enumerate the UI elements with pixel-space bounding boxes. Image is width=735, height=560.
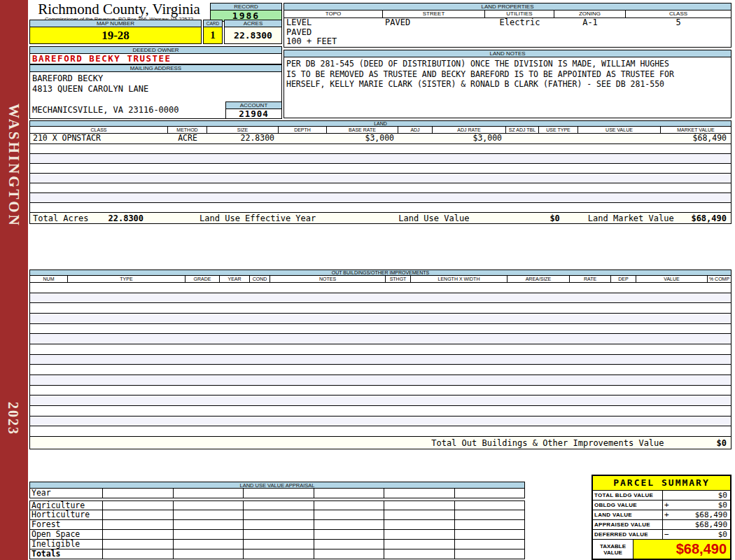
appraisal-cell [173,550,244,559]
appraisal-cell [102,489,173,498]
appraisal-cell [384,550,454,559]
ob-empty-row [30,426,731,437]
parcel-row-value: −$0 [663,530,730,539]
parcel-row-label: LAND VALUE [593,510,663,519]
appraisal-cell [173,501,244,510]
parcel-row-label: OBLDG VALUE [593,500,663,510]
land-use-value-cell [578,134,661,144]
parcel-summary-row: OBLDG VALUE+$0 [593,500,730,510]
appraisal-cell [314,540,384,549]
appraisal-cell [102,501,173,510]
land-empty-row [30,183,731,193]
parcel-row-label: DEFERRED VALUE [593,530,663,539]
land-empty-rows [29,144,732,213]
appraisal-row: Forest [29,520,525,530]
column-header: % COMP [708,276,731,283]
parcel-row-value: $0 [663,491,730,500]
parcel-row-operator: − [663,530,673,539]
column-header: VALUE [636,276,708,283]
appraisal-cell [314,501,384,510]
parcel-row-value: $68,490 [663,520,730,529]
effective-year-label: Land Use Effective Year [200,214,316,223]
ob-empty-row [30,386,731,396]
column-header: ADJ [398,127,433,134]
zoning-value: A-1 [554,18,626,28]
appraisal-row: Open Space [29,530,525,540]
parcel-row-operator: + [663,510,673,519]
total-acres-value: 22.8300 [108,214,144,223]
taxable-value-label: TAXABLE VALUE [593,540,634,559]
parcel-row-amount: $0 [673,530,730,539]
appraisal-cell [102,530,173,539]
parcel-row-label: APPRAISED VALUE [593,520,663,529]
record-box: RECORD 1986 [210,3,282,22]
taxable-value-amount: $68,490 [634,540,730,559]
taxable-value-row: TAXABLE VALUE $68,490 [593,540,730,559]
sidebar-state-label: WASHINGTON [5,104,22,227]
account-box: ACCOUNT 21904 [225,102,282,119]
out-buildings-section: OUT BUILDINGS/OTHER IMPROVEMENTS NUM TYP… [29,270,732,449]
land-use-type-cell [539,134,578,144]
land-notes-line: HERSELF, KELLY MARIE CLARK (SISTER) & RO… [286,79,731,90]
parcel-row-label: TOTAL BLDG VALUE [593,491,663,500]
column-header: GRADE [186,276,220,283]
address-line: BAREFORD BECKY [32,74,281,84]
ob-empty-row [30,355,731,365]
topo-extra-line: PAVED [284,28,731,38]
appraisal-cell [243,501,314,510]
appraisal-cell [454,530,525,539]
land-use-value: $0 [550,214,559,223]
ob-empty-row [30,344,731,355]
ob-empty-row [30,324,731,335]
appraisal-cell [314,520,384,529]
appraisal-cell [384,520,454,529]
parcel-row-amount: $0 [673,500,730,510]
ob-empty-row [30,406,731,416]
acres-box: ACRES 22.8300 [224,20,282,44]
ob-empty-row [30,293,731,304]
parcel-rows: TOTAL BLDG VALUE$0OBLDG VALUE+$0LAND VAL… [593,491,730,540]
appraisal-cell [243,510,314,519]
out-buildings-total-row: Total Out Buildings & Other Improvements… [29,437,732,449]
card-value: 1 [203,27,223,44]
land-empty-row [30,203,731,213]
land-class-cell: 210 X OPNSTACR [30,134,168,144]
land-market-value-label: Land Market Value [588,214,674,223]
parcel-row-value: +$0 [663,500,730,510]
land-notes-title: LAND NOTES [284,50,732,57]
parcel-summary-row: APPRAISED VALUE$68,490 [593,520,730,530]
appraisal-row: Horticulture [29,510,525,520]
appraisal-cell [173,520,244,529]
column-header: COND [250,276,270,283]
land-table-data-row: 210 X OPNSTACR ACRE 22.8300 $3,000 $3,00… [29,134,732,144]
column-header: USE VALUE [578,127,661,134]
appraisal-cell [454,510,525,519]
column-header: SZ ADJ TBL [506,127,539,134]
land-empty-row [30,144,731,154]
topo-extra-line: 100 + FEET [284,37,731,47]
ob-empty-row [30,303,731,314]
ob-empty-row [30,334,731,344]
address-line: 4813 QUEEN CAROLYN LANE [32,84,281,94]
appraisal-cell [243,550,314,559]
appraisal-cell [384,510,454,519]
land-adj-rate-cell: $3,000 [433,134,506,144]
column-header: YEAR [220,276,250,283]
appraisal-cell [314,530,384,539]
appraisal-row-label: Agriculture [30,501,102,510]
land-market-value-cell: $68,490 [661,134,731,144]
map-number-box: MAP NUMBER 19-28 [29,20,202,44]
land-empty-row [30,164,731,174]
appraisal-cell [314,550,384,559]
appraisal-body: YearAgricultureHorticultureForestOpen Sp… [29,489,525,559]
land-table-title: LAND [29,120,732,127]
land-notes-line: IS TO BE REMOVED AS TRUSTEE AND BECKY BA… [286,69,731,80]
column-header: STHGT [386,276,411,283]
parcel-row-amount: $68,490 [673,520,730,529]
parcel-row-amount: $0 [673,491,730,500]
land-use-value-label: Land Use Value [398,214,469,223]
column-header: USE TYPE [539,127,578,134]
ob-empty-rows [29,283,732,437]
appraisal-cell [384,489,454,498]
land-empty-row [30,154,731,164]
